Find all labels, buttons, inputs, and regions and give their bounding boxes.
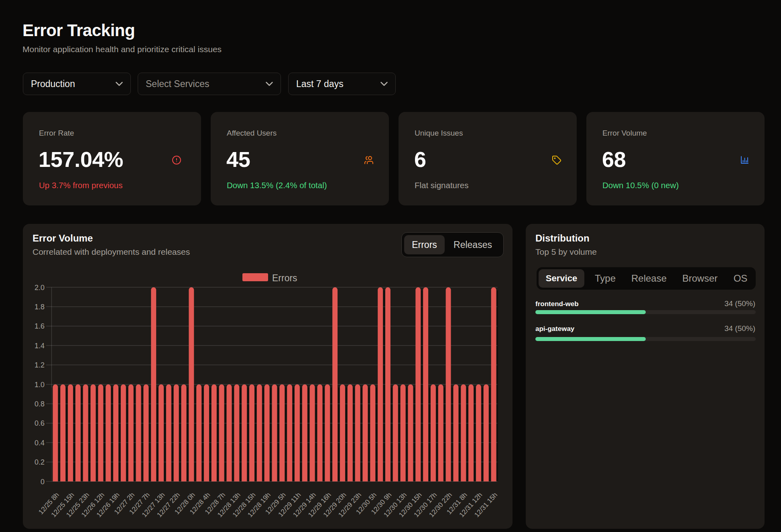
svg-text:0: 0 <box>41 478 45 486</box>
svg-text:0.6: 0.6 <box>35 419 45 427</box>
svg-text:2.0: 2.0 <box>35 284 45 292</box>
svg-text:1.0: 1.0 <box>35 381 45 389</box>
svg-text:Errors: Errors <box>272 273 297 283</box>
svg-text:0.4: 0.4 <box>35 439 45 447</box>
svg-text:1.2: 1.2 <box>35 361 45 369</box>
svg-text:1.6: 1.6 <box>35 322 45 330</box>
svg-text:1.4: 1.4 <box>35 342 45 350</box>
svg-text:0.2: 0.2 <box>35 458 45 466</box>
svg-text:1.8: 1.8 <box>35 303 45 311</box>
svg-text:0.8: 0.8 <box>35 400 45 408</box>
